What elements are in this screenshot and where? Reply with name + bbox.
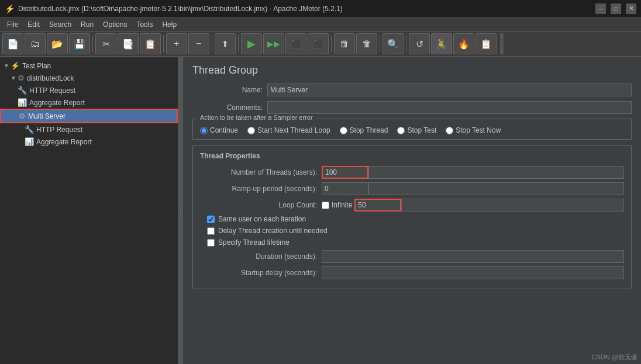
radio-start-next[interactable]: Start Next Thread Loop (247, 126, 330, 134)
flame-button[interactable]: 🔥 (453, 33, 474, 54)
label-test-plan: Test Plan (22, 62, 51, 70)
sidebar-item-aggregate-report-1[interactable]: 📊 Aggregate Report (0, 96, 178, 109)
collapse-button[interactable]: − (188, 33, 209, 54)
templates-button[interactable]: 🗂 (25, 33, 46, 54)
comments-row: Comments: (192, 101, 632, 114)
same-user-label: Same user on each iteration (218, 215, 306, 223)
move-up-button[interactable]: ⬆ (215, 33, 236, 54)
rampup-input[interactable] (322, 182, 368, 195)
name-input[interactable] (267, 84, 632, 96)
clear-all-button[interactable]: 🗑 (356, 33, 377, 54)
title-bar: ⚡ DistributedLock.jmx (D:\softDir\apache… (0, 0, 641, 18)
search-button[interactable]: 🔍 (382, 33, 404, 54)
sidebar-item-aggregate-report-2[interactable]: 📊 Aggregate Report (0, 136, 178, 148)
menu-tools[interactable]: Tools (132, 19, 157, 30)
menu-bar: File Edit Search Run Options Tools Help (0, 18, 641, 32)
menu-search[interactable]: Search (44, 19, 76, 30)
stop-now-button[interactable]: ⬛ (308, 33, 329, 54)
name-label: Name: (192, 86, 263, 94)
sidebar-item-http-request-2[interactable]: 🔧 HTTP Request (0, 123, 178, 136)
threads-extra-input[interactable] (368, 166, 624, 179)
comments-input[interactable] (267, 101, 632, 114)
run-remote-button[interactable]: ▶▶ (263, 33, 284, 54)
sidebar-item-http-request-1[interactable]: 🔧 HTTP Request (0, 84, 178, 96)
separator-2 (163, 35, 164, 53)
radio-stop-test-now-label: Stop Test Now (456, 126, 501, 134)
delay-thread-row: Delay Thread creation until needed (200, 227, 624, 235)
maximize-button[interactable]: □ (611, 4, 621, 14)
menu-file[interactable]: File (2, 19, 23, 30)
window-controls: ─ □ ✕ (595, 4, 636, 14)
label-distributed-lock: distributedLock (27, 74, 74, 82)
paste-button[interactable]: 📋 (140, 33, 161, 54)
sidebar: ▼ ⚡ Test Plan ▼ ⚙ distributedLock 🔧 HTTP… (0, 57, 178, 364)
copy-button[interactable]: 📑 (118, 33, 139, 54)
sidebar-item-multi-server[interactable]: ⚙ Multi Server (0, 109, 178, 123)
title-text: DistributedLock.jmx (D:\softDir\apache-j… (18, 5, 343, 13)
radio-stop-thread-label: Stop Thread (350, 126, 388, 134)
list-button[interactable]: 📋 (475, 33, 497, 54)
radio-continue-input[interactable] (200, 127, 208, 134)
arrow-test-plan: ▼ (4, 63, 9, 69)
separator-5 (331, 35, 332, 53)
menu-options[interactable]: Options (98, 19, 132, 30)
rampup-label: Ramp-up period (seconds): (200, 185, 317, 193)
label-http-request-2: HTTP Request (36, 126, 82, 134)
label-aggregate-report-2: Aggregate Report (36, 138, 92, 146)
radio-stop-thread-input[interactable] (340, 127, 347, 134)
label-multi-server: Multi Server (28, 112, 66, 120)
same-user-row: Same user on each iteration (200, 215, 624, 223)
icon-aggregate-report-1: 📊 (18, 98, 27, 107)
specify-lifetime-checkbox[interactable] (207, 239, 215, 247)
sidebar-item-distributed-lock[interactable]: ▼ ⚙ distributedLock (0, 72, 178, 84)
icon-http-request-2: 🔧 (25, 125, 34, 134)
radio-stop-test-now[interactable]: Stop Test Now (446, 126, 501, 134)
startup-delay-input[interactable] (322, 266, 624, 279)
delay-thread-checkbox[interactable] (207, 227, 215, 235)
radio-start-next-input[interactable] (247, 127, 255, 134)
loop-extra-input[interactable] (401, 199, 624, 212)
expand-button[interactable]: + (166, 33, 187, 54)
infinite-option[interactable]: Infinite (322, 201, 352, 209)
threads-input[interactable] (322, 166, 368, 179)
thread-properties-section: Thread Properties Number of Threads (use… (192, 145, 632, 289)
extra-button[interactable]: 🚴 (431, 33, 452, 54)
radio-stop-thread[interactable]: Stop Thread (340, 126, 388, 134)
menu-help[interactable]: Help (157, 19, 181, 30)
save-button[interactable]: 💾 (69, 33, 90, 54)
stop-button[interactable]: ⬛ (285, 33, 306, 54)
reset-button[interactable]: ↺ (409, 33, 430, 54)
sidebar-item-test-plan[interactable]: ▼ ⚡ Test Plan (0, 60, 178, 72)
cut-button[interactable]: ✂ (95, 33, 116, 54)
radio-continue-label: Continue (210, 126, 238, 134)
radio-stop-test-now-input[interactable] (446, 127, 453, 134)
resize-handle[interactable]: ⋮ (178, 57, 183, 364)
rampup-extra-input[interactable] (368, 182, 624, 195)
name-row: Name: (192, 84, 632, 96)
menu-run[interactable]: Run (76, 19, 98, 30)
duration-row: Duration (seconds): (200, 250, 624, 263)
thread-properties-title: Thread Properties (200, 152, 624, 160)
menu-edit[interactable]: Edit (23, 19, 44, 30)
separator-1 (92, 35, 93, 53)
same-user-checkbox[interactable] (207, 216, 215, 223)
separator-4 (238, 35, 239, 53)
radio-stop-test-input[interactable] (397, 127, 405, 134)
clear-button[interactable]: 🗑 (334, 33, 355, 54)
infinite-checkbox[interactable] (322, 202, 329, 209)
radio-row: Continue Start Next Thread Loop Stop Thr… (200, 124, 624, 134)
open-button[interactable]: 📂 (47, 33, 68, 54)
close-button[interactable]: ✕ (626, 4, 636, 14)
radio-stop-test[interactable]: Stop Test (397, 126, 436, 134)
radio-continue[interactable]: Continue (200, 126, 238, 134)
new-button[interactable]: 📄 (2, 33, 23, 54)
duration-input[interactable] (322, 250, 624, 263)
run-button[interactable]: ▶ (241, 33, 262, 54)
infinite-label: Infinite (332, 201, 352, 209)
loop-input[interactable] (354, 199, 401, 212)
separator-6 (380, 35, 380, 53)
arrow-distributed-lock: ▼ (11, 75, 16, 81)
minimize-button[interactable]: ─ (595, 4, 606, 14)
rampup-row: Ramp-up period (seconds): (200, 182, 624, 195)
duration-label: Duration (seconds): (200, 252, 317, 261)
